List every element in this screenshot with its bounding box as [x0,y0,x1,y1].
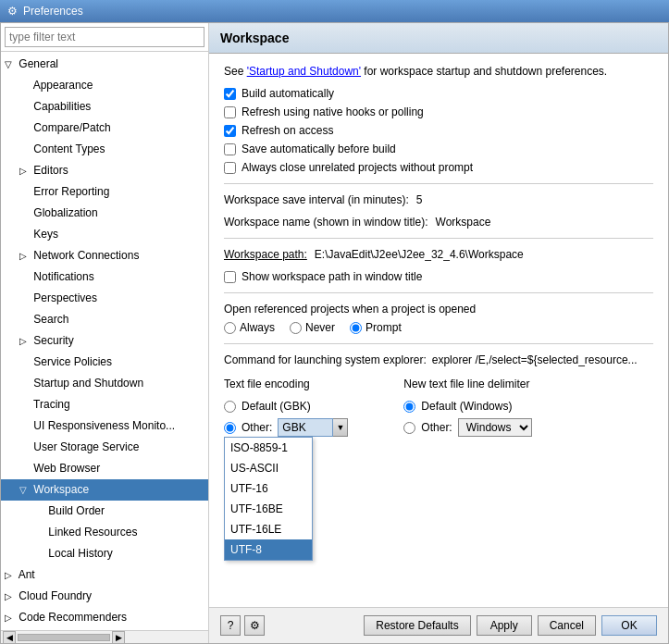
apply-button[interactable]: Apply [477,615,532,636]
filter-wrap [1,23,208,52]
expand-icon [19,397,31,414]
tree-item-keys[interactable]: Keys [1,224,208,245]
tree-item-globalization[interactable]: Globalization [1,203,208,224]
tree-item-user-storage[interactable]: User Storage Service [1,437,208,458]
tree-item-perspectives[interactable]: Perspectives [1,288,208,309]
explorer-label: Command for launching system explorer: [224,353,427,366]
encoding-other-label: Other: [242,421,272,434]
delimiter-right: New text file line delimiter Default (Wi… [403,378,531,437]
build-auto-checkbox[interactable] [224,88,236,100]
cancel-button[interactable]: Cancel [538,615,596,636]
tree-item-general[interactable]: ▽ General [1,54,208,75]
tree-item-appearance[interactable]: Appearance [1,75,208,96]
tree-item-security[interactable]: ▷ Security [1,330,208,352]
expand-icon [19,227,31,243]
delimiter-select[interactable]: Windows Unix Mac [458,418,532,437]
tree-item-editors[interactable]: ▷ Editors [1,160,208,181]
expand-icon [34,525,45,541]
tree-item-notifications[interactable]: Notifications [1,266,208,288]
refresh-native-checkbox[interactable] [224,106,236,118]
tree-item-code-recommenders[interactable]: ▷ Code Recommenders [1,607,208,628]
enc-item-utf8[interactable]: UTF-8 [225,539,312,560]
expand-icon: ▽ [19,482,31,499]
enc-item-iso[interactable]: ISO-8859-1 [225,438,312,458]
restore-defaults-button[interactable]: Restore Defaults [364,615,470,636]
ok-button[interactable]: OK [601,615,657,636]
tree-item-ant[interactable]: ▷ Ant [1,564,208,586]
tree-item-local-history[interactable]: Local History [1,543,208,564]
expand-icon: ▷ [19,333,31,350]
enc-item-usascii[interactable]: US-ASCII [225,458,312,478]
tree-item-network-connections[interactable]: ▷ Network Connections [1,245,208,266]
checkbox-save-auto: Save automatically before build [224,142,653,155]
settings-icon-button[interactable]: ⚙ [244,615,265,636]
expand-icon [19,99,31,116]
tree-item-service-policies[interactable]: Service Policies [1,352,208,373]
save-interval-label: Workspace save interval (in minutes): [224,193,409,206]
scroll-right-btn[interactable]: ▶ [112,631,125,644]
refresh-access-label: Refresh on access [242,124,333,137]
expand-icon [19,461,31,477]
expand-icon [19,205,31,222]
expand-icon [19,354,31,371]
encoding-dropdown-list: ISO-8859-1 US-ASCII UTF-16 UTF-16BE UTF-… [224,437,313,561]
tree-item-content-types[interactable]: Content Types [1,139,208,160]
help-icon-button[interactable]: ? [220,615,241,636]
main-container: ▽ General Appearance Capabilities Compar… [0,22,669,644]
tree-item-build-order[interactable]: Build Order [1,501,208,522]
encoding-select-wrap: ▼ [278,418,348,437]
radio-always[interactable] [224,322,236,334]
tree-item-error-reporting[interactable]: Error Reporting [1,181,208,203]
tree-item-compare-patch[interactable]: Compare/Patch [1,118,208,139]
expand-icon [19,440,31,456]
enc-item-utf16[interactable]: UTF-16 [225,478,312,499]
workspace-name-row: Workspace name (shown in window title): … [224,216,653,229]
checkbox-show-path: Show workspace path in window title [224,270,653,283]
expand-icon [19,269,31,286]
left-panel-scrollbar[interactable]: ◀ ▶ [1,630,208,643]
encoding-default-radio[interactable] [224,401,236,413]
tree-item-tracing[interactable]: Tracing [1,394,208,415]
delimiter-other-radio[interactable] [403,422,415,434]
right-header: Workspace [209,23,668,54]
radio-prompt[interactable] [350,322,362,334]
right-title: Workspace [220,31,289,45]
open-referenced-radios: Always Never Prompt [224,321,653,334]
divider-2 [224,238,653,239]
always-close-checkbox[interactable] [224,162,236,174]
always-close-label: Always close unrelated projects without … [242,161,473,174]
checkbox-build-auto: Build automatically [224,87,653,100]
workspace-name-label: Workspace name (shown in window title): [224,216,428,229]
encoding-other-radio[interactable] [224,422,236,434]
encoding-other-input[interactable] [278,418,333,437]
horizontal-scrollbar[interactable] [18,634,110,641]
enc-item-utf16le[interactable]: UTF-16LE [225,519,312,539]
radio-never[interactable] [290,322,302,334]
tree-item-search[interactable]: Search [1,309,208,330]
tree-item-web-browser[interactable]: Web Browser [1,458,208,479]
encoding-dropdown-btn[interactable]: ▼ [333,418,348,437]
scroll-left-btn[interactable]: ◀ [3,631,16,644]
tree-item-cloud-foundry[interactable]: ▷ Cloud Foundry [1,586,208,607]
tree-item-ui-responsiveness[interactable]: UI Responsiveness Monito... [1,415,208,437]
encoding-title: Text file encoding [224,378,348,390]
encoding-left: Text file encoding Default (GBK) Other: … [224,378,348,437]
expand-icon [19,418,31,435]
expand-icon: ▷ [5,610,16,626]
workspace-path-value: E:\JavaEdit\J2ee\J2ee_32_4.6\Workspace [315,248,524,261]
save-auto-checkbox[interactable] [224,143,236,155]
tree-item-capabilities[interactable]: Capabilities [1,96,208,118]
refresh-access-checkbox[interactable] [224,125,236,137]
expand-icon: ▷ [5,588,16,605]
save-auto-label: Save automatically before build [242,142,396,155]
tree-item-startup-shutdown[interactable]: Startup and Shutdown [1,373,208,394]
divider-4 [224,343,653,344]
filter-input[interactable] [5,27,204,47]
tree-item-linked-resources[interactable]: Linked Resources [1,522,208,543]
delimiter-default-radio[interactable] [403,401,415,413]
startup-shutdown-link[interactable]: 'Startup and Shutdown' [247,65,361,78]
enc-item-utf16be[interactable]: UTF-16BE [225,499,312,519]
show-path-checkbox[interactable] [224,271,236,283]
tree-item-workspace[interactable]: ▽ Workspace [1,479,208,501]
radio-never-label: Never [290,321,335,334]
